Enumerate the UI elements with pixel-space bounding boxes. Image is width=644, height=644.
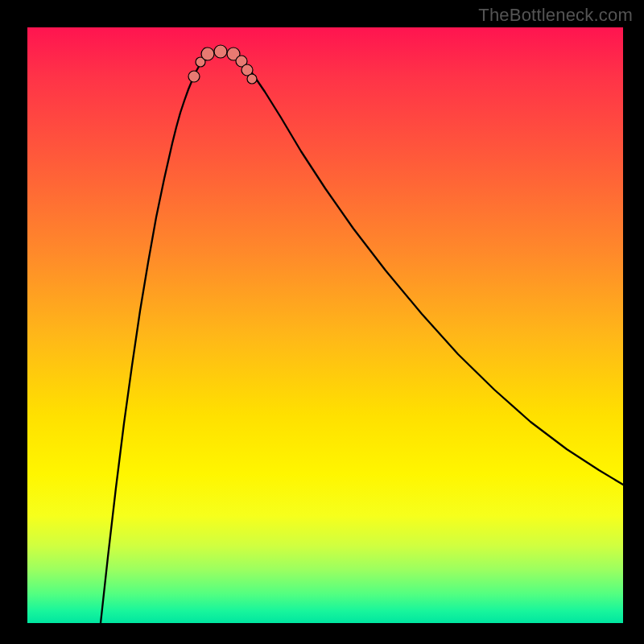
- watermark-text: TheBottleneck.com: [478, 5, 633, 26]
- series-group: [101, 52, 623, 623]
- plot-area: [27, 27, 623, 623]
- bottleneck-curve: [101, 52, 623, 623]
- chart-frame: TheBottleneck.com: [0, 0, 644, 644]
- marker-group: [188, 45, 257, 84]
- highlight-marker: [214, 45, 227, 58]
- curve-layer: [27, 27, 623, 623]
- highlight-marker: [201, 47, 214, 60]
- highlight-marker: [247, 74, 257, 84]
- highlight-marker: [188, 71, 200, 82]
